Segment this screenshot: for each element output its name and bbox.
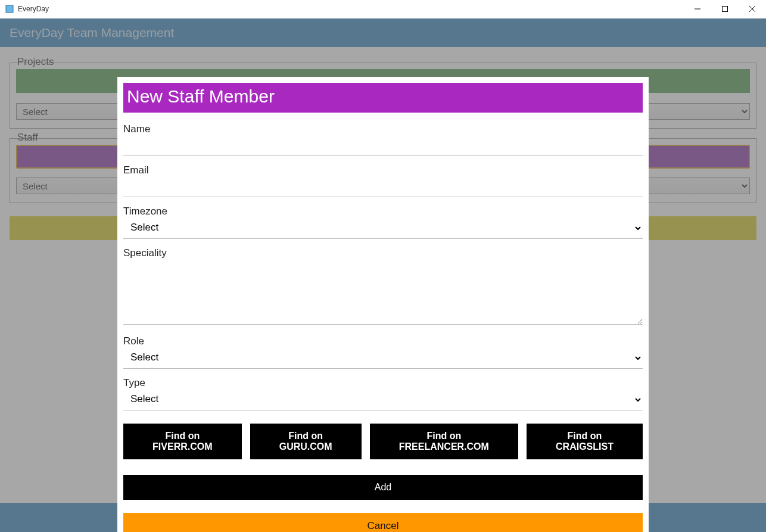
maximize-button[interactable] bbox=[711, 0, 739, 18]
modal-title: New Staff Member bbox=[123, 83, 643, 113]
find-guru-button[interactable]: Find on GURU.COM bbox=[250, 424, 362, 459]
add-button[interactable]: Add bbox=[123, 475, 643, 500]
minimize-button[interactable] bbox=[684, 0, 711, 18]
find-buttons-row: Find on FIVERR.COM Find on GURU.COM Find… bbox=[123, 424, 643, 459]
svg-rect-0 bbox=[6, 5, 13, 13]
window-title: EveryDay bbox=[18, 5, 49, 13]
type-label: Type bbox=[123, 377, 643, 389]
timezone-select[interactable]: Select bbox=[123, 217, 643, 239]
close-button[interactable] bbox=[739, 0, 766, 18]
timezone-label: Timezone bbox=[123, 206, 643, 217]
window-controls bbox=[684, 0, 766, 18]
find-fiverr-button[interactable]: Find on FIVERR.COM bbox=[123, 424, 242, 459]
role-select[interactable]: Select bbox=[123, 347, 643, 369]
cancel-button[interactable]: Cancel bbox=[123, 513, 643, 532]
email-input[interactable] bbox=[123, 176, 643, 197]
find-craigslist-button[interactable]: Find on CRAIGSLIST bbox=[527, 424, 643, 459]
role-label: Role bbox=[123, 335, 643, 347]
new-staff-modal: New Staff Member Name Email Timezone Sel… bbox=[117, 77, 649, 532]
window-titlebar: EveryDay bbox=[0, 0, 766, 18]
type-select[interactable]: Select bbox=[123, 389, 643, 410]
speciality-textarea[interactable] bbox=[123, 259, 643, 325]
find-freelancer-button[interactable]: Find on FREELANCER.COM bbox=[370, 424, 518, 459]
name-input[interactable] bbox=[123, 135, 643, 156]
name-label: Name bbox=[123, 123, 643, 135]
svg-rect-2 bbox=[723, 7, 728, 12]
email-label: Email bbox=[123, 164, 643, 176]
app-icon bbox=[5, 4, 14, 14]
speciality-label: Speciality bbox=[123, 247, 643, 259]
